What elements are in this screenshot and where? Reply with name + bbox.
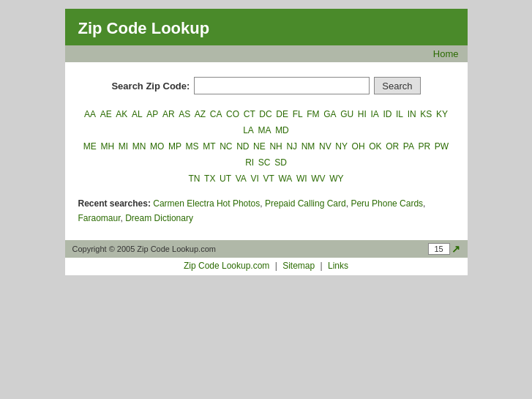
state-link-oh[interactable]: OH	[352, 141, 365, 152]
state-link-la[interactable]: LA	[243, 125, 254, 135]
footer-link-0[interactable]: Zip Code Lookup.com	[184, 261, 269, 271]
nav-bar: Home	[65, 45, 468, 62]
state-link-pr[interactable]: PR	[419, 141, 431, 152]
recent-search-link[interactable]: Prepaid Calling Card	[265, 198, 346, 209]
counter-arrow-icon[interactable]: ↗	[452, 243, 460, 255]
state-link-tn[interactable]: TN	[188, 174, 200, 184]
state-link-sd[interactable]: SD	[274, 157, 287, 168]
state-link-ct[interactable]: CT	[244, 109, 255, 119]
state-link-ok[interactable]: OK	[369, 141, 381, 152]
footer-separator: |	[272, 261, 280, 271]
content-area: Search Zip Code: Search AA AE AK AL AP A…	[65, 62, 468, 240]
footer-counter: 15 ↗	[428, 243, 460, 255]
state-link-al[interactable]: AL	[132, 109, 143, 119]
recent-searches: Recent searches: Carmen Electra Hot Phot…	[78, 197, 454, 225]
footer-bar: Copyright © 2005 Zip Code Lookup.com 15 …	[65, 240, 468, 258]
state-link-ar[interactable]: AR	[162, 109, 175, 119]
state-link-in[interactable]: IN	[408, 109, 416, 119]
state-link-ks[interactable]: KS	[420, 109, 432, 119]
state-link-pw[interactable]: PW	[435, 141, 449, 152]
footer-link-1[interactable]: Sitemap	[282, 261, 315, 271]
state-link-ky[interactable]: KY	[436, 109, 448, 119]
state-link-tx[interactable]: TX	[204, 174, 215, 184]
state-link-vt[interactable]: VT	[263, 174, 274, 184]
header: Zip Code Lookup	[65, 9, 468, 45]
state-link-gu[interactable]: GU	[340, 109, 353, 119]
state-link-ia[interactable]: IA	[370, 109, 378, 119]
state-link-mn[interactable]: MN	[132, 141, 146, 152]
footer-link-2[interactable]: Links	[328, 261, 348, 271]
state-link-mt[interactable]: MT	[203, 141, 215, 152]
state-link-az[interactable]: AZ	[195, 109, 206, 119]
state-links: AA AE AK AL AP AR AS AZ CA CO CT DC DE F…	[78, 106, 454, 187]
state-link-ak[interactable]: AK	[116, 109, 127, 119]
footer-links: Zip Code Lookup.com | Sitemap | Links	[65, 258, 468, 275]
state-link-nd[interactable]: ND	[236, 141, 249, 152]
state-link-mh[interactable]: MH	[100, 141, 114, 152]
state-link-co[interactable]: CO	[226, 109, 239, 119]
state-link-sc[interactable]: SC	[258, 157, 271, 168]
page-title: Zip Code Lookup	[78, 19, 454, 38]
state-link-mi[interactable]: MI	[119, 141, 128, 152]
state-link-ri[interactable]: RI	[245, 157, 254, 168]
state-link-ap[interactable]: AP	[146, 109, 158, 119]
state-link-md[interactable]: MD	[275, 125, 289, 135]
state-link-hi[interactable]: HI	[358, 109, 367, 119]
recent-searches-label: Recent searches:	[78, 198, 154, 209]
recent-search-link[interactable]: Peru Phone Cards	[351, 198, 423, 209]
page-wrapper: Zip Code Lookup Home Search Zip Code: Se…	[0, 0, 532, 399]
recent-search-link[interactable]: Faraomaur	[78, 213, 121, 223]
state-link-de[interactable]: DE	[276, 109, 288, 119]
state-link-as[interactable]: AS	[179, 109, 190, 119]
recent-search-link[interactable]: Carmen Electra Hot Photos	[153, 198, 260, 209]
state-link-aa[interactable]: AA	[84, 109, 96, 119]
state-link-ms[interactable]: MS	[186, 141, 199, 152]
state-link-nc[interactable]: NC	[220, 141, 232, 152]
state-link-ne[interactable]: NE	[253, 141, 266, 152]
search-input[interactable]	[194, 77, 370, 94]
copyright-text: Copyright © 2005 Zip Code Lookup.com	[72, 245, 216, 253]
state-link-mo[interactable]: MO	[150, 141, 164, 152]
state-link-wi[interactable]: WI	[296, 174, 307, 184]
state-link-ca[interactable]: CA	[210, 109, 222, 119]
state-link-id[interactable]: ID	[383, 109, 391, 119]
search-row: Search Zip Code: Search	[78, 77, 454, 94]
state-link-fl[interactable]: FL	[293, 109, 303, 119]
state-link-wv[interactable]: WV	[311, 174, 325, 184]
search-label: Search Zip Code:	[111, 81, 190, 92]
state-link-nj[interactable]: NJ	[286, 141, 297, 152]
state-link-nm[interactable]: NM	[301, 141, 315, 152]
state-link-pa[interactable]: PA	[403, 141, 414, 152]
search-button[interactable]: Search	[374, 77, 420, 94]
state-link-or[interactable]: OR	[386, 141, 399, 152]
state-link-me[interactable]: ME	[83, 141, 97, 152]
state-link-fm[interactable]: FM	[307, 109, 319, 119]
state-link-mp[interactable]: MP	[168, 141, 181, 152]
state-link-ma[interactable]: MA	[258, 125, 271, 135]
state-link-nh[interactable]: NH	[269, 141, 282, 152]
recent-search-link[interactable]: Dream Dictionary	[125, 213, 193, 223]
state-link-il[interactable]: IL	[396, 109, 403, 119]
counter-value: 15	[428, 243, 450, 255]
state-link-nv[interactable]: NV	[319, 141, 331, 152]
state-link-ae[interactable]: AE	[100, 109, 112, 119]
state-link-va[interactable]: VA	[236, 174, 247, 184]
state-link-ny[interactable]: NY	[335, 141, 348, 152]
state-link-dc[interactable]: DC	[259, 109, 271, 119]
state-link-ut[interactable]: UT	[220, 174, 231, 184]
main-container: Zip Code Lookup Home Search Zip Code: Se…	[65, 9, 468, 275]
state-link-ga[interactable]: GA	[323, 109, 336, 119]
state-link-vi[interactable]: VI	[250, 174, 258, 184]
home-link[interactable]: Home	[433, 48, 459, 59]
state-link-wy[interactable]: WY	[329, 174, 343, 184]
state-link-wa[interactable]: WA	[278, 174, 292, 184]
footer-separator: |	[318, 261, 325, 271]
